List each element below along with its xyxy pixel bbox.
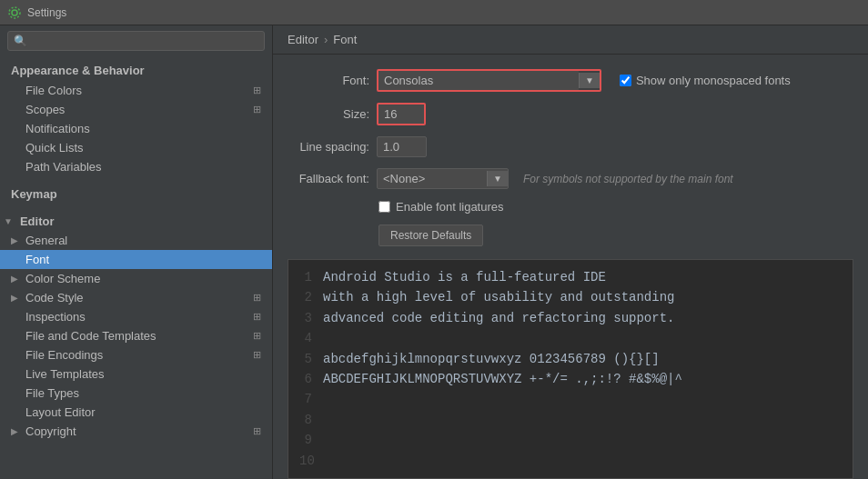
sidebar-item-quick-lists[interactable]: Quick Lists — [0, 138, 272, 157]
size-label: Size: — [288, 107, 369, 121]
general-arrow: ▶ — [11, 235, 18, 245]
sidebar-item-color-scheme[interactable]: ▶ Color Scheme — [0, 269, 272, 288]
monospaced-checkbox[interactable] — [620, 75, 631, 86]
file-colors-icon: ⊞ — [253, 85, 261, 96]
preview-line-number: 8 — [299, 410, 312, 430]
monospaced-label: Show only monospaced fonts — [636, 74, 791, 87]
file-encodings-icon: ⊞ — [253, 349, 261, 361]
monospaced-checkbox-row: Show only monospaced fonts — [620, 74, 791, 87]
color-scheme-arrow: ▶ — [11, 274, 18, 284]
sidebar-item-path-variables[interactable]: Path Variables — [0, 157, 272, 176]
inspections-icon: ⊞ — [253, 311, 261, 323]
font-select[interactable]: Consolas — [378, 71, 579, 90]
title-bar: Settings — [0, 0, 868, 25]
fallback-hint: For symbols not supported by the main fo… — [523, 173, 733, 185]
size-input[interactable] — [378, 105, 424, 124]
content-body: Font: Consolas ▼ Show only monospaced fo… — [273, 55, 868, 479]
font-dropdown-wrapper[interactable]: Consolas ▼ — [377, 69, 601, 92]
settings-icon — [7, 5, 22, 20]
preview-line-text: Android Studio is a full-featured IDE — [323, 267, 606, 287]
restore-defaults-button[interactable]: Restore Defaults — [378, 225, 483, 246]
sidebar-item-live-templates[interactable]: Live Templates — [0, 364, 272, 384]
preview-line: 4 — [299, 328, 842, 348]
line-spacing-label: Line spacing: — [288, 140, 369, 154]
svg-point-1 — [9, 7, 20, 18]
fallback-font-row: Fallback font: <None> ▼ For symbols not … — [288, 168, 853, 189]
preview-line-number: 9 — [299, 430, 312, 450]
code-style-arrow: ▶ — [11, 293, 18, 303]
preview-line: 6ABCDEFGHIJKLMNOPQRSTUVWXYZ +-*/= .,;:!?… — [299, 369, 842, 389]
sidebar-section-editor: ▼ Editor ▶ General Font ▶ Color Scheme — [0, 208, 272, 444]
sidebar-item-font[interactable]: Font — [0, 250, 272, 269]
preview-line-number: 6 — [299, 369, 312, 389]
preview-line-number: 7 — [299, 389, 312, 409]
sidebar-item-file-colors[interactable]: File Colors ⊞ — [0, 81, 272, 100]
preview-line-number: 10 — [299, 451, 312, 471]
preview-line-number: 3 — [299, 308, 312, 328]
window-title: Settings — [27, 6, 66, 19]
sidebar-category-keymap[interactable]: Keymap — [0, 184, 272, 205]
preview-line-number: 4 — [299, 328, 312, 348]
preview-line-text: ABCDEFGHIJKLMNOPQRSTUVWXYZ +-*/= .,;:!? … — [323, 369, 682, 389]
sidebar-item-file-code-templates[interactable]: File and Code Templates ⊞ — [0, 326, 272, 345]
sidebar-item-general[interactable]: ▶ General — [0, 231, 272, 250]
scopes-icon: ⊞ — [253, 104, 261, 115]
search-icon: 🔍 — [14, 35, 27, 47]
ligatures-checkbox[interactable] — [378, 201, 390, 213]
copyright-arrow: ▶ — [11, 426, 18, 436]
preview-line: 7 — [299, 389, 842, 409]
preview-line: 9 — [299, 430, 842, 450]
breadcrumb-separator: › — [324, 33, 328, 46]
copyright-icon: ⊞ — [253, 425, 261, 437]
sidebar-item-layout-editor[interactable]: Layout Editor — [0, 403, 272, 422]
preview-line-number: 1 — [299, 267, 312, 287]
content-area: Editor › Font Font: Consolas ▼ Show only… — [273, 25, 868, 479]
search-input[interactable] — [31, 35, 258, 47]
preview-line: 2with a high level of usability and outs… — [299, 287, 842, 307]
editor-expand-arrow: ▼ — [4, 216, 13, 226]
search-box[interactable]: 🔍 — [7, 31, 265, 51]
size-row: Size: — [288, 103, 853, 125]
preview-line: 8 — [299, 410, 842, 430]
fallback-dropdown-arrow[interactable]: ▼ — [487, 171, 508, 186]
sidebar-item-notifications[interactable]: Notifications — [0, 119, 272, 138]
fallback-font-label: Fallback font: — [288, 172, 369, 185]
ligatures-row: Enable font ligatures — [378, 200, 853, 214]
svg-point-0 — [12, 10, 17, 15]
preview-line: 1Android Studio is a full-featured IDE — [299, 267, 842, 287]
sidebar-item-file-types[interactable]: File Types — [0, 384, 272, 403]
sidebar: 🔍 Appearance & Behavior File Colors ⊞ Sc… — [0, 25, 273, 479]
sidebar-item-inspections[interactable]: Inspections ⊞ — [0, 307, 272, 326]
preview-line: 3advanced code editing and refactoring s… — [299, 308, 842, 328]
preview-line: 5abcdefghijklmnopqrstuvwxyz 0123456789 (… — [299, 349, 842, 369]
fallback-dropdown-wrapper[interactable]: <None> ▼ — [377, 168, 509, 189]
preview-line-text: with a high level of usability and outst… — [323, 287, 674, 307]
sidebar-section-keymap: Keymap — [0, 180, 272, 208]
fallback-font-select[interactable]: <None> — [378, 169, 487, 188]
font-label: Font: — [288, 74, 369, 87]
size-input-wrapper[interactable] — [377, 103, 426, 125]
file-code-templates-icon: ⊞ — [253, 330, 261, 342]
code-style-icon: ⊞ — [253, 292, 261, 304]
line-spacing-row: Line spacing: — [288, 136, 853, 157]
breadcrumb-parent: Editor — [288, 33, 318, 46]
font-row: Font: Consolas ▼ Show only monospaced fo… — [288, 69, 853, 92]
line-spacing-input[interactable] — [377, 136, 427, 157]
breadcrumb-current: Font — [333, 33, 357, 46]
sidebar-item-file-encodings[interactable]: File Encodings ⊞ — [0, 345, 272, 364]
preview-line-text: abcdefghijklmnopqrstuvwxyz 0123456789 ()… — [323, 349, 660, 369]
sidebar-item-copyright[interactable]: ▶ Copyright ⊞ — [0, 422, 272, 441]
preview-line-number: 2 — [299, 287, 312, 307]
font-dropdown-arrow[interactable]: ▼ — [579, 73, 600, 88]
preview-line: 10 — [299, 451, 842, 471]
sidebar-item-scopes[interactable]: Scopes ⊞ — [0, 100, 272, 119]
preview-line-number: 5 — [299, 349, 312, 369]
preview-area: 1Android Studio is a full-featured IDE2w… — [288, 259, 853, 479]
ligatures-label: Enable font ligatures — [396, 200, 504, 214]
sidebar-section-appearance: Appearance & Behavior File Colors ⊞ Scop… — [0, 56, 272, 180]
breadcrumb: Editor › Font — [273, 25, 868, 55]
main-layout: 🔍 Appearance & Behavior File Colors ⊞ Sc… — [0, 25, 868, 479]
sidebar-item-code-style[interactable]: ▶ Code Style ⊞ — [0, 288, 272, 307]
sidebar-category-appearance: Appearance & Behavior — [0, 60, 272, 81]
sidebar-category-editor[interactable]: ▼ Editor — [0, 212, 272, 231]
